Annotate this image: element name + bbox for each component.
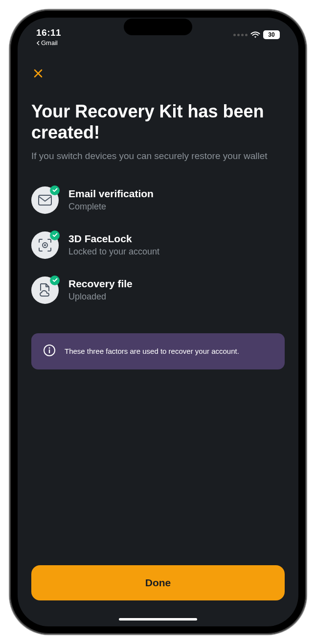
step-subtitle: Uploaded xyxy=(68,292,133,302)
phone-frame: 16:11 Gmail 30 xyxy=(10,10,306,634)
back-to-app[interactable]: Gmail xyxy=(36,39,61,46)
steps-list: Email verification Complete xyxy=(31,186,285,304)
notch xyxy=(124,19,192,35)
step-title: Recovery file xyxy=(68,278,133,290)
face-scan-icon xyxy=(31,231,59,259)
back-app-label: Gmail xyxy=(41,39,58,46)
step-text: Recovery file Uploaded xyxy=(68,278,133,302)
phone-screen: 16:11 Gmail 30 xyxy=(18,18,298,626)
step-email-verification: Email verification Complete xyxy=(31,186,285,214)
svg-point-2 xyxy=(44,244,46,246)
status-right: 30 xyxy=(233,30,280,39)
spacer xyxy=(31,369,285,565)
page-subtitle: If you switch devices you can securely r… xyxy=(31,150,285,163)
info-banner: These three factors are used to recover … xyxy=(31,333,285,369)
status-time: 16:11 xyxy=(36,27,61,38)
info-icon xyxy=(43,344,56,359)
step-title: 3D FaceLock xyxy=(68,233,159,245)
wifi-icon xyxy=(250,31,260,39)
check-badge-icon xyxy=(50,276,60,285)
close-button[interactable] xyxy=(31,67,45,80)
info-text: These three factors are used to recover … xyxy=(65,346,239,356)
svg-rect-5 xyxy=(49,349,50,353)
cellular-signal-icon xyxy=(233,34,248,36)
status-left: 16:11 Gmail xyxy=(36,27,61,46)
step-subtitle: Locked to your account xyxy=(68,247,159,257)
battery-indicator: 30 xyxy=(263,30,280,39)
file-cloud-icon xyxy=(31,276,59,304)
step-text: 3D FaceLock Locked to your account xyxy=(68,233,159,257)
battery-level: 30 xyxy=(268,31,274,38)
check-badge-icon xyxy=(50,230,60,240)
step-facelock: 3D FaceLock Locked to your account xyxy=(31,231,285,259)
done-button[interactable]: Done xyxy=(31,565,285,600)
step-subtitle: Complete xyxy=(68,202,154,212)
svg-point-4 xyxy=(49,347,50,348)
close-icon xyxy=(33,69,43,78)
home-indicator[interactable] xyxy=(119,618,197,621)
check-badge-icon xyxy=(50,185,60,195)
step-title: Email verification xyxy=(68,188,154,200)
svg-rect-0 xyxy=(39,195,51,205)
step-recovery-file: Recovery file Uploaded xyxy=(31,276,285,304)
page-title: Your Recovery Kit has been created! xyxy=(31,101,285,143)
email-icon xyxy=(31,186,59,214)
main-content: Your Recovery Kit has been created! If y… xyxy=(18,55,298,626)
step-text: Email verification Complete xyxy=(68,188,154,212)
